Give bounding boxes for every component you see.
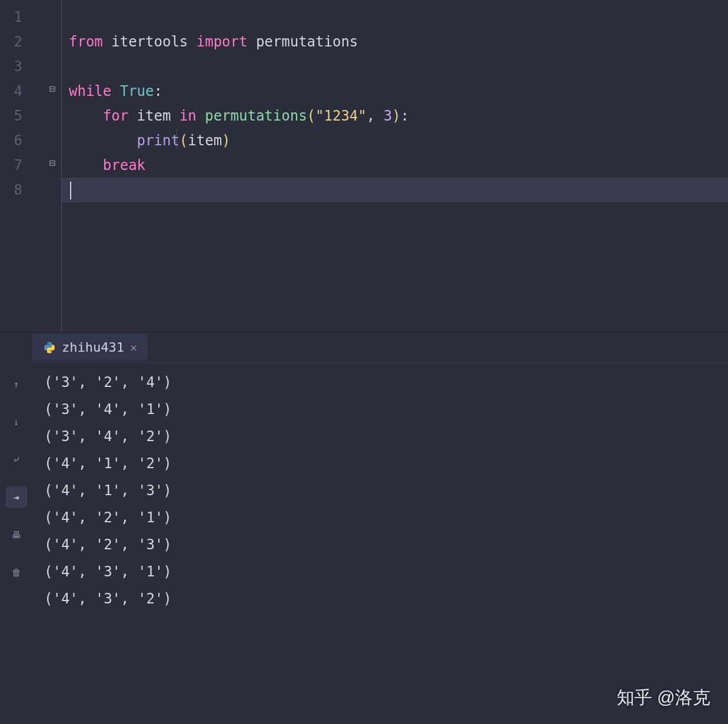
literal-true: True: [120, 83, 154, 99]
code-line[interactable]: from itertools import permutations: [62, 29, 728, 54]
run-toolbar: ↑ ↓ ⤶ ⇥ 🖶 🗑: [0, 332, 32, 724]
run-tool-window: ↑ ↓ ⤶ ⇥ 🖶 🗑 zhihu431 × ('3', '2', '4') (…: [0, 332, 728, 724]
arrow-down-icon[interactable]: ↓: [6, 411, 27, 432]
line-number: 4: [0, 79, 22, 104]
line-number: 6: [0, 128, 22, 153]
code-line[interactable]: [62, 5, 728, 29]
lparen: (: [179, 132, 188, 149]
rparen: ): [392, 108, 400, 124]
keyword-while: while: [69, 83, 111, 99]
code-line-current[interactable]: [62, 178, 728, 202]
line-number: 2: [0, 29, 22, 54]
editor-pane: 1 2 3 4 5 6 7 8 ⊟ ⊟ from itertools impor…: [0, 0, 728, 332]
console-tab-label: zhihu431: [62, 340, 124, 355]
string-literal: "1234": [315, 108, 367, 124]
line-number: 3: [0, 54, 22, 79]
keyword-break: break: [103, 157, 145, 174]
console-tab[interactable]: zhihu431 ×: [32, 334, 148, 361]
soft-wrap-icon[interactable]: ⤶: [6, 449, 27, 470]
number-literal: 3: [384, 108, 392, 124]
code-line[interactable]: break: [62, 153, 728, 178]
comma: ,: [367, 108, 375, 124]
line-number: 8: [0, 178, 22, 202]
code-area[interactable]: from itertools import permutations while…: [62, 0, 728, 332]
code-line[interactable]: for item in permutations("1234", 3):: [62, 104, 728, 128]
colon: :: [154, 83, 162, 99]
argument: item: [188, 132, 222, 149]
line-number: 5: [0, 104, 22, 128]
close-icon[interactable]: ×: [130, 341, 137, 355]
console-wrap: zhihu431 × ('3', '2', '4') ('3', '4', '1…: [32, 332, 728, 724]
line-number: 7: [0, 153, 22, 178]
imported-name: permutations: [256, 34, 358, 50]
scroll-to-end-icon[interactable]: ⇥: [6, 486, 27, 508]
python-icon: [43, 341, 56, 354]
module-name: itertools: [111, 34, 188, 50]
call-print: print: [137, 132, 179, 149]
code-line[interactable]: [62, 54, 728, 79]
trash-icon[interactable]: 🗑: [6, 562, 27, 583]
line-number-gutter: 1 2 3 4 5 6 7 8: [0, 0, 29, 332]
line-number: 1: [0, 5, 22, 29]
console-tabs: zhihu431 ×: [32, 332, 728, 363]
arrow-up-icon[interactable]: ↑: [6, 373, 27, 395]
call-permutations: permutations: [205, 108, 307, 124]
lparen: (: [307, 108, 315, 124]
fold-minus-icon[interactable]: ⊟: [47, 156, 58, 169]
keyword-import: import: [197, 34, 248, 50]
rparen: ): [222, 132, 230, 149]
loop-var: item: [137, 108, 171, 124]
fold-minus-icon[interactable]: ⊟: [47, 82, 58, 95]
print-icon[interactable]: 🖶: [6, 524, 27, 545]
keyword-from: from: [69, 34, 103, 50]
keyword-in: in: [179, 108, 197, 124]
code-line[interactable]: while True:: [62, 79, 728, 104]
fold-column: ⊟ ⊟: [29, 0, 62, 332]
colon: :: [401, 108, 409, 124]
keyword-for: for: [103, 108, 128, 124]
console-output[interactable]: ('3', '2', '4') ('3', '4', '1') ('3', '4…: [32, 363, 728, 724]
text-cursor: [70, 182, 71, 199]
code-line[interactable]: print(item): [62, 128, 728, 153]
